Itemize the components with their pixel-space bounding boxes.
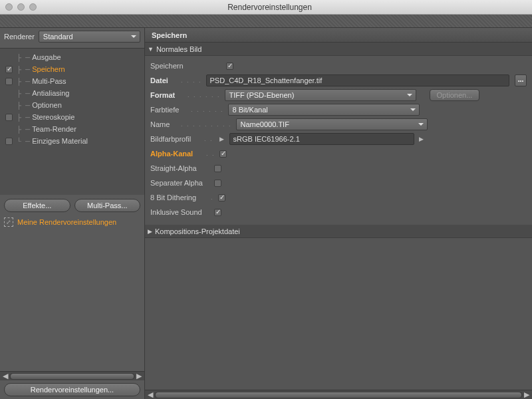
sound-checkbox[interactable] bbox=[214, 209, 221, 216]
dither-checkbox[interactable] bbox=[218, 194, 225, 201]
content-panel: Speichern Normales Bild Speichern Datei … bbox=[145, 28, 532, 399]
render-settings-button[interactable]: Rendervoreinstellungen... bbox=[4, 383, 140, 396]
multipass-button[interactable]: Multi-Pass... bbox=[74, 199, 141, 212]
scroll-thumb[interactable] bbox=[156, 392, 521, 398]
name-dropdown[interactable]: Name0000.TIF bbox=[236, 118, 428, 130]
scroll-left-icon[interactable]: ◀ bbox=[146, 391, 154, 399]
sidebar-item-checkbox[interactable] bbox=[5, 138, 13, 145]
depth-label: Farbtiefe bbox=[150, 106, 187, 114]
section-compositing[interactable]: Kompositions-Projektdatei bbox=[145, 225, 532, 238]
profile-input[interactable] bbox=[229, 133, 414, 145]
preset-row[interactable]: ⤢ Meine Rendervoreinstellungen bbox=[0, 216, 144, 231]
sidebar-item-label: Einziges Material bbox=[32, 137, 88, 145]
close-icon[interactable] bbox=[5, 3, 13, 11]
content-hscroll[interactable]: ◀ ▶ bbox=[145, 390, 532, 399]
sidebar: Renderer Standard ├─Ausgabe├─Speichern├─… bbox=[0, 28, 145, 399]
section-normal-image[interactable]: Normales Bild bbox=[145, 43, 532, 56]
straight-label: Straight-Alpha bbox=[150, 164, 211, 172]
chevron-right-icon bbox=[148, 228, 152, 235]
save-checkbox[interactable] bbox=[226, 63, 233, 70]
separate-label: Separater Alpha bbox=[150, 179, 211, 187]
section-title: Normales Bild bbox=[156, 45, 201, 53]
sidebar-item-stereoskopie[interactable]: ├─Stereoskopie bbox=[0, 111, 144, 123]
renderer-value: Standard bbox=[43, 33, 73, 41]
sidebar-item-checkbox[interactable] bbox=[5, 66, 13, 73]
sidebar-item-label: Optionen bbox=[32, 101, 62, 109]
sound-label: Inklusive Sound bbox=[150, 208, 211, 216]
window-title: Rendervoreinstellungen bbox=[13, 3, 527, 12]
sidebar-item-speichern[interactable]: ├─Speichern bbox=[0, 63, 144, 75]
preset-label: Meine Rendervoreinstellungen bbox=[17, 218, 116, 226]
profile-more-icon[interactable]: ▶ bbox=[417, 133, 426, 145]
settings-tree: ├─Ausgabe├─Speichern├─Multi-Pass├─Antial… bbox=[0, 48, 144, 195]
renderer-dropdown[interactable]: Standard bbox=[39, 31, 140, 43]
sidebar-item-ausgabe[interactable]: ├─Ausgabe bbox=[0, 51, 144, 63]
scroll-left-icon[interactable]: ◀ bbox=[1, 372, 9, 380]
effects-button[interactable]: Effekte... bbox=[4, 199, 70, 212]
sidebar-item-antialiasing[interactable]: ├─Antialiasing bbox=[0, 87, 144, 99]
depth-dropdown[interactable]: 8 Bit/Kanal bbox=[228, 104, 420, 116]
scroll-track[interactable] bbox=[9, 373, 135, 380]
file-browse-button[interactable]: ••• bbox=[515, 74, 527, 86]
chevron-down-icon bbox=[148, 46, 154, 53]
scroll-track[interactable] bbox=[154, 392, 523, 398]
file-label: Datei bbox=[150, 76, 177, 84]
format-dropdown[interactable]: TIFF (PSD-Ebenen) bbox=[225, 89, 416, 101]
sidebar-item-label: Multi-Pass bbox=[32, 77, 66, 85]
scroll-right-icon[interactable]: ▶ bbox=[135, 372, 143, 380]
sidebar-item-label: Team-Render bbox=[32, 125, 76, 133]
alpha-label: Alpha-Kanal bbox=[150, 150, 202, 158]
sidebar-item-checkbox[interactable] bbox=[5, 78, 13, 85]
scroll-thumb[interactable] bbox=[11, 374, 134, 379]
window-titlebar: Rendervoreinstellungen bbox=[0, 0, 532, 15]
texture-strip bbox=[0, 15, 532, 28]
sidebar-hscroll[interactable]: ◀ ▶ bbox=[0, 371, 144, 380]
sidebar-item-optionen[interactable]: ├─Optionen bbox=[0, 99, 144, 111]
dither-label: 8 Bit Dithering bbox=[150, 194, 207, 201]
name-label: Name bbox=[150, 120, 177, 128]
file-path-input[interactable] bbox=[206, 74, 509, 86]
sidebar-item-label: Speichern bbox=[32, 65, 65, 73]
sidebar-item-einziges-material[interactable]: └─Einziges Material bbox=[0, 135, 144, 147]
sidebar-item-label: Ausgabe bbox=[32, 53, 61, 61]
section-title: Kompositions-Projektdatei bbox=[155, 227, 240, 235]
preset-expand-icon: ⤢ bbox=[4, 217, 13, 227]
profile-arrow-icon[interactable]: ▶ bbox=[217, 133, 227, 145]
save-label: Speichern bbox=[150, 62, 223, 70]
alpha-checkbox[interactable] bbox=[219, 150, 227, 158]
format-options-button[interactable]: Optionen... bbox=[430, 89, 480, 101]
sidebar-item-label: Stereoskopie bbox=[32, 113, 74, 121]
sidebar-item-team-render[interactable]: ├─Team-Render bbox=[0, 123, 144, 135]
sidebar-item-label: Antialiasing bbox=[32, 89, 69, 97]
sidebar-item-checkbox[interactable] bbox=[5, 114, 13, 121]
sidebar-item-multi-pass[interactable]: ├─Multi-Pass bbox=[0, 75, 144, 87]
straight-checkbox[interactable] bbox=[214, 165, 221, 172]
separate-checkbox[interactable] bbox=[214, 180, 221, 187]
renderer-label: Renderer bbox=[4, 33, 35, 41]
panel-title: Speichern bbox=[145, 28, 532, 43]
profile-label: Bildfarbprofil bbox=[150, 135, 200, 143]
scroll-right-icon[interactable]: ▶ bbox=[523, 391, 531, 399]
format-label: Format bbox=[150, 91, 184, 99]
